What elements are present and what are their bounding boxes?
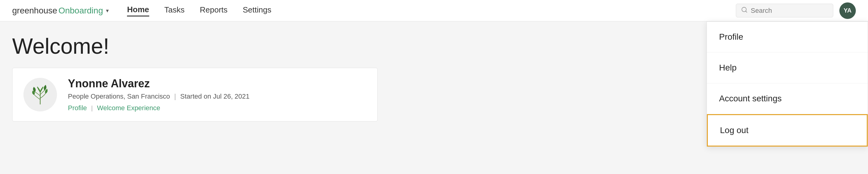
user-meta: People Operations, San Francisco | Start… — [68, 93, 249, 100]
user-links: Profile | Welcome Experience — [68, 104, 249, 112]
dropdown-item-account-settings[interactable]: Account settings — [707, 83, 868, 114]
meta-divider: | — [174, 93, 176, 100]
navbar-right: YA — [736, 2, 856, 19]
search-box[interactable] — [736, 4, 833, 18]
user-link-profile[interactable]: Profile — [68, 104, 87, 112]
dropdown-menu: Profile Help Account settings Log out — [707, 21, 868, 147]
nav-reports[interactable]: Reports — [200, 5, 227, 16]
user-card: Ynonne Alvarez People Operations, San Fr… — [12, 68, 378, 122]
nav-links: Home Tasks Reports Settings — [127, 5, 736, 17]
nav-settings[interactable]: Settings — [243, 5, 271, 16]
chevron-down-icon: ▾ — [106, 7, 109, 14]
avatar[interactable]: YA — [839, 2, 856, 19]
user-name: Ynonne Alvarez — [68, 77, 249, 90]
user-info: Ynonne Alvarez People Operations, San Fr… — [68, 77, 249, 112]
dropdown-item-profile[interactable]: Profile — [707, 22, 868, 52]
brand-greenhouse-text: greenhouse — [12, 6, 57, 16]
brand-onboarding-text: Onboarding — [59, 6, 103, 16]
nav-tasks[interactable]: Tasks — [164, 5, 185, 16]
search-input[interactable] — [751, 7, 828, 15]
avatar-initials: YA — [844, 7, 851, 14]
user-link-welcome[interactable]: Welcome Experience — [97, 104, 160, 112]
user-avatar — [24, 78, 57, 111]
dropdown-item-logout[interactable]: Log out — [707, 114, 868, 147]
dropdown-item-help[interactable]: Help — [707, 52, 868, 83]
navbar: greenhouse Onboarding ▾ Home Tasks Repor… — [0, 0, 868, 21]
svg-line-1 — [746, 11, 747, 12]
user-department: People Operations, San Francisco — [68, 93, 170, 100]
user-started: Started on Jul 26, 2021 — [180, 93, 250, 100]
brand-logo[interactable]: greenhouse Onboarding ▾ — [12, 6, 109, 16]
nav-home[interactable]: Home — [127, 5, 149, 17]
search-icon — [741, 6, 748, 15]
user-links-divider: | — [91, 105, 93, 112]
